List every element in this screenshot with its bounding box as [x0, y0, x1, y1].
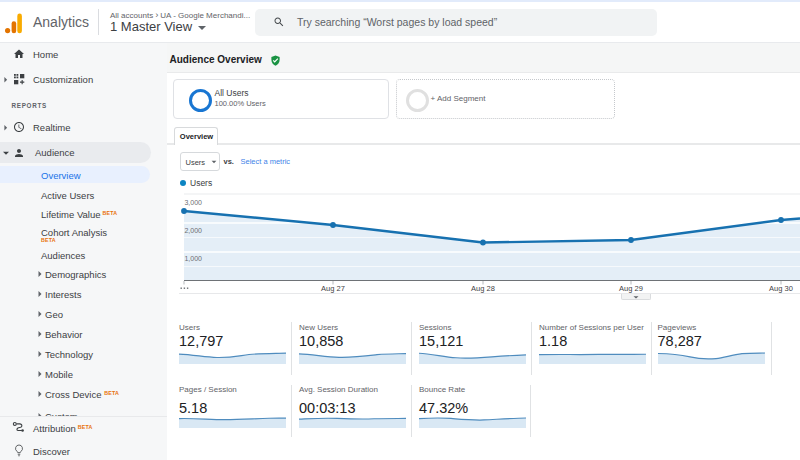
svg-text:Aug 28: Aug 28 — [471, 284, 495, 293]
svg-text:Aug 30: Aug 30 — [769, 284, 793, 293]
svg-text:Aug 29: Aug 29 — [619, 284, 643, 293]
svg-text:Aug 27: Aug 27 — [321, 284, 345, 293]
svg-text:3,000: 3,000 — [184, 199, 202, 206]
svg-text:1,000: 1,000 — [184, 255, 202, 262]
svg-text:2,000: 2,000 — [184, 227, 202, 234]
